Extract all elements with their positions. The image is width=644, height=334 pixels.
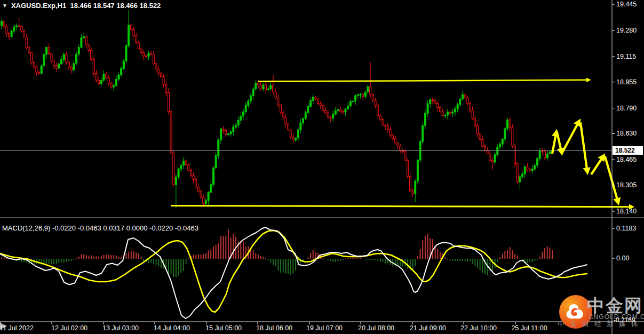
macd-min-label: -0.2169: [614, 316, 635, 324]
price-tick-label: 18.305: [616, 181, 637, 189]
symbol-dropdown-icon[interactable]: ▼: [2, 3, 7, 9]
support-line: [171, 206, 633, 207]
chart-canvas[interactable]: 19.44519.28019.11518.95518.79018.63018.4…: [0, 0, 644, 334]
macd-tick-label: 0.1183: [616, 225, 636, 232]
current-price-label: 18.522: [613, 146, 643, 155]
price-tick-label: 18.955: [616, 78, 637, 86]
time-tick-label: 20 Jul 08:00: [358, 324, 394, 332]
time-tick-label: 19 Jul 07:00: [306, 324, 343, 332]
price-tick-label: 19.280: [616, 27, 637, 34]
price-tick-label: 18.140: [616, 208, 637, 215]
price-tick-label: 19.115: [616, 53, 636, 60]
macd-tick-label: 0.00: [616, 255, 629, 262]
macd-legend: MACD(12,26,9) -0.0220 -0.0463 0.0317 0.0…: [2, 224, 198, 232]
time-tick-label: 22 Jul 10:00: [460, 324, 497, 332]
chart-window: 19.44519.28019.11518.95518.79018.63018.4…: [0, 0, 644, 334]
time-tick-label: 12 Jul 02:00: [51, 324, 88, 332]
price-tick-label: 18.790: [616, 105, 637, 112]
time-tick-label: 21 Jul 09:00: [410, 324, 446, 332]
chart-background: [0, 0, 644, 334]
price-tick-label: 18.465: [616, 156, 637, 163]
time-tick-label: 13 Jul 03:00: [102, 324, 139, 332]
price-tick-label: 18.630: [616, 130, 637, 137]
ohlc-values: 18.466 18.547 18.466 18.522: [70, 2, 161, 10]
symbol-label: XAGUSD.Exp,H1: [11, 2, 66, 10]
time-tick-label: 14 Jul 04:00: [154, 324, 190, 332]
time-tick-label: 15 Jul 05:00: [205, 324, 242, 332]
time-tick-label: 18 Jul 06:00: [256, 324, 292, 332]
price-tick-label: 19.445: [616, 1, 637, 8]
chart-legend: ▼XAGUSD.Exp,H1 18.466 18.547 18.466 18.5…: [2, 2, 161, 10]
time-tick-label: 25 Jul 11:00: [511, 324, 547, 332]
time-tick-label: 11 Jul 2022: [0, 324, 34, 332]
